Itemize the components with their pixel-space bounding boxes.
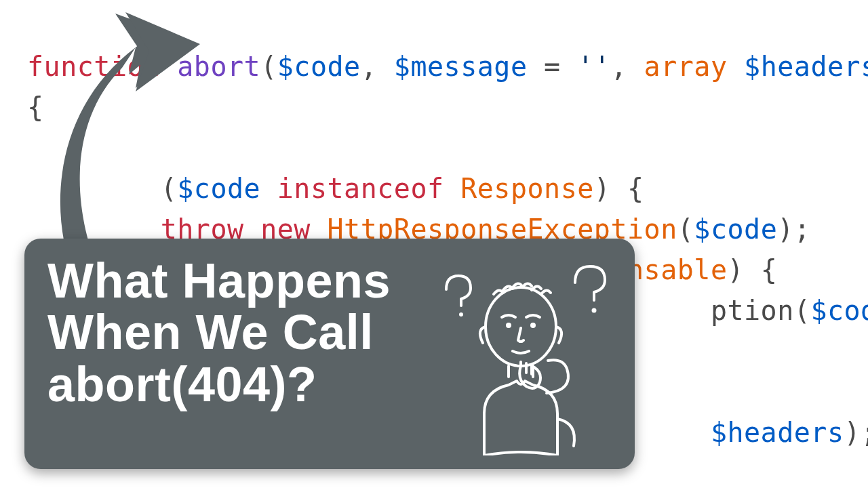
caption-line-2: When We Call [47, 306, 431, 358]
var-code: $code [810, 295, 868, 326]
stage: function abort($code, $message = '', arr… [0, 0, 868, 488]
paren-open: ( [260, 51, 277, 82]
svg-point-2 [592, 308, 597, 313]
cut-word-ption: ption( [711, 295, 811, 326]
param-headers: $headers [728, 51, 868, 82]
brace-open: { [27, 92, 44, 123]
param-message: $message [394, 51, 528, 82]
param-code: $code [277, 51, 361, 82]
var-code: $code [177, 173, 260, 204]
keyword-function: function [27, 51, 161, 82]
thinking-person-icon [419, 252, 623, 455]
string-empty: '' [577, 51, 610, 82]
function-name: abort [177, 51, 260, 82]
svg-point-4 [506, 323, 511, 328]
caption-title: What Happens When We Call abort(404)? [47, 255, 431, 410]
var-code: $code [694, 214, 777, 245]
caption-line-1: What Happens [47, 255, 431, 306]
var-headers: $headers [711, 417, 844, 448]
svg-point-1 [459, 312, 463, 317]
class-response: Response [460, 173, 594, 204]
type-array: array [644, 51, 728, 82]
keyword-instanceof: instanceof [260, 173, 460, 204]
caption-panel: What Happens When We Call abort(404)? [24, 239, 635, 469]
caption-line-3: abort(404)? [47, 359, 431, 410]
svg-point-5 [530, 323, 536, 328]
